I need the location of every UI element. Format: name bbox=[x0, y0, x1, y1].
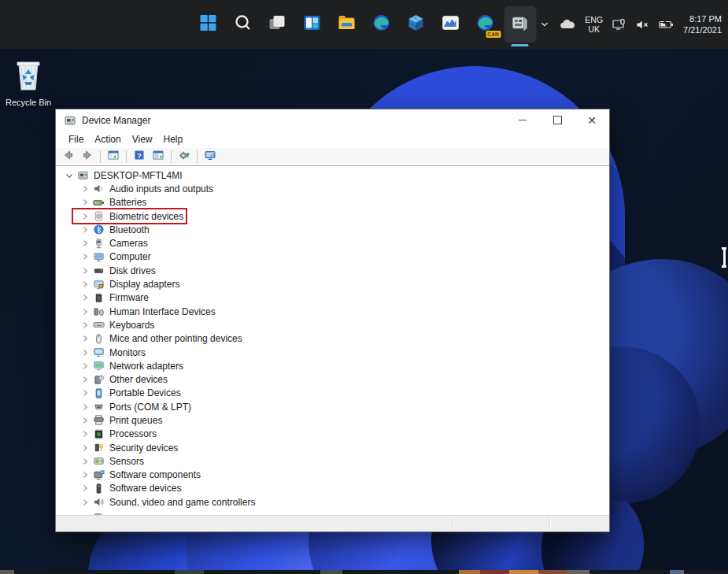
tree-row[interactable]: Human Interface Devices bbox=[56, 305, 609, 318]
toolbar-separator bbox=[100, 150, 101, 163]
chevron-collapsed-icon[interactable] bbox=[79, 375, 91, 384]
battery-charging-icon[interactable] bbox=[659, 19, 674, 30]
chevron-collapsed-icon[interactable] bbox=[79, 443, 91, 453]
tree-item-label: Keyboards bbox=[109, 320, 154, 331]
tree-item-label: Processors bbox=[109, 428, 157, 439]
remote-desktop-toolbar-button[interactable] bbox=[201, 150, 219, 165]
tree-row[interactable]: Audio inputs and outputs bbox=[56, 182, 609, 195]
titlebar[interactable]: Device Manager ✕ bbox=[56, 109, 609, 131]
cast-display-icon[interactable] bbox=[612, 18, 626, 31]
tree-root-row[interactable]: DESKTOP-MFTL4MI bbox=[56, 168, 609, 182]
chevron-collapsed-icon[interactable] bbox=[79, 212, 91, 221]
volume-muted-icon[interactable] bbox=[636, 19, 649, 31]
task-view-taskbar-button[interactable] bbox=[261, 6, 294, 43]
chevron-collapsed-icon[interactable] bbox=[79, 293, 91, 302]
tray-chevron-icon[interactable] bbox=[539, 19, 550, 30]
tree-row[interactable]: Processors bbox=[56, 428, 609, 441]
ports-icon bbox=[92, 401, 105, 413]
menu-view[interactable]: View bbox=[127, 132, 158, 146]
tree-item-label: Sound, video and game controllers bbox=[109, 497, 255, 508]
tree-row[interactable]: Ports (COM & LPT) bbox=[56, 400, 609, 413]
chevron-collapsed-icon[interactable] bbox=[79, 388, 91, 398]
scan-toolbar-button[interactable] bbox=[176, 150, 193, 165]
tree-row[interactable]: Monitors bbox=[56, 346, 609, 359]
tree-row[interactable]: Biometric devices bbox=[56, 209, 609, 223]
tree-row[interactable]: Sound, video and game controllers bbox=[56, 495, 609, 509]
tree-row[interactable]: ?Other devices bbox=[56, 372, 609, 386]
menu-help[interactable]: Help bbox=[158, 132, 189, 146]
tree-row[interactable]: Portable Devices bbox=[56, 387, 609, 400]
chevron-collapsed-icon[interactable] bbox=[79, 348, 91, 357]
tree-row[interactable]: Batteries bbox=[56, 196, 609, 209]
tree-item-label: Portable Devices bbox=[109, 387, 181, 398]
maximize-button[interactable] bbox=[540, 109, 575, 131]
chevron-collapsed-icon[interactable] bbox=[79, 416, 91, 425]
edge-taskbar-button[interactable] bbox=[365, 6, 397, 43]
widgets-taskbar-button[interactable] bbox=[296, 6, 328, 43]
chevron-expanded-icon[interactable] bbox=[64, 171, 75, 180]
chevron-collapsed-icon[interactable] bbox=[79, 470, 91, 480]
clock[interactable]: 8:17 PM 7/21/2021 bbox=[683, 13, 722, 35]
device-manager-taskbar-button[interactable] bbox=[504, 6, 536, 43]
tree-row[interactable]: Security devices bbox=[56, 441, 609, 454]
tree-row[interactable]: Software components bbox=[56, 468, 609, 482]
recycle-bin[interactable]: Recycle Bin bbox=[5, 58, 52, 107]
network-icon bbox=[92, 360, 105, 372]
tree-row[interactable]: Network adapters bbox=[56, 359, 609, 372]
edge-canary-taskbar-button[interactable]: CAN bbox=[469, 6, 501, 43]
menu-file[interactable]: File bbox=[63, 132, 89, 146]
start-taskbar-button[interactable] bbox=[192, 6, 224, 43]
close-button[interactable]: ✕ bbox=[575, 109, 609, 131]
software-component-icon bbox=[92, 469, 105, 481]
status-bar bbox=[56, 515, 609, 531]
forward-toolbar-button[interactable] bbox=[79, 150, 96, 165]
properties-toolbar-button[interactable] bbox=[150, 150, 167, 165]
chevron-collapsed-icon[interactable] bbox=[79, 252, 91, 261]
task-manager-taskbar-button[interactable] bbox=[434, 6, 467, 43]
forward-icon bbox=[81, 149, 94, 165]
tree-row[interactable]: Disk drives bbox=[56, 264, 609, 277]
cube-app-icon bbox=[406, 13, 427, 36]
search-taskbar-button[interactable] bbox=[227, 6, 259, 43]
tree-item-label: Batteries bbox=[109, 197, 146, 208]
chevron-collapsed-icon[interactable] bbox=[79, 498, 91, 507]
chevron-collapsed-icon[interactable] bbox=[79, 307, 91, 317]
tree-row[interactable]: Mice and other pointing devices bbox=[56, 332, 609, 346]
tree-row[interactable]: Firmware bbox=[56, 291, 609, 305]
language-indicator[interactable]: ENG UK bbox=[585, 15, 603, 34]
chevron-collapsed-icon[interactable] bbox=[79, 361, 91, 371]
menu-action[interactable]: Action bbox=[89, 132, 126, 146]
tree-row[interactable]: Keyboards bbox=[56, 318, 609, 331]
display-adapter-icon bbox=[92, 279, 105, 291]
tree-row[interactable]: Computer bbox=[56, 250, 609, 264]
minimize-button[interactable] bbox=[505, 109, 540, 131]
onedrive-icon[interactable] bbox=[560, 19, 575, 30]
chevron-collapsed-icon[interactable] bbox=[79, 334, 91, 343]
chevron-collapsed-icon[interactable] bbox=[79, 402, 91, 412]
chevron-collapsed-icon[interactable] bbox=[79, 239, 91, 248]
chevron-collapsed-icon[interactable] bbox=[79, 457, 91, 466]
tree-row[interactable]: Display adapters bbox=[56, 277, 609, 291]
chevron-collapsed-icon[interactable] bbox=[79, 225, 91, 235]
tree-row[interactable]: Print queues bbox=[56, 413, 609, 427]
chevron-collapsed-icon[interactable] bbox=[79, 198, 91, 207]
help-toolbar-button[interactable]: ? bbox=[131, 150, 148, 165]
back-toolbar-button[interactable] bbox=[60, 150, 77, 165]
chevron-collapsed-icon[interactable] bbox=[79, 280, 91, 289]
console-tree-toolbar-button[interactable] bbox=[105, 150, 122, 165]
file-explorer-taskbar-button[interactable] bbox=[331, 6, 363, 43]
chevron-collapsed-icon[interactable] bbox=[79, 320, 91, 330]
cube-app-taskbar-button[interactable] bbox=[400, 6, 432, 43]
tree-row[interactable]: Cameras bbox=[56, 236, 609, 250]
chevron-collapsed-icon[interactable] bbox=[79, 184, 91, 194]
tree-row[interactable]: Software devices bbox=[56, 482, 609, 495]
window-controls: ✕ bbox=[505, 109, 609, 131]
language-line1: ENG bbox=[585, 15, 603, 24]
chevron-collapsed-icon[interactable] bbox=[79, 429, 91, 439]
chevron-collapsed-icon[interactable] bbox=[79, 483, 91, 493]
device-manager-icon bbox=[510, 13, 530, 36]
svg-text:?: ? bbox=[137, 152, 142, 160]
chevron-collapsed-icon[interactable] bbox=[79, 266, 91, 276]
tree-row[interactable]: Sensors bbox=[56, 454, 609, 468]
tree-row[interactable]: Bluetooth bbox=[56, 223, 609, 236]
